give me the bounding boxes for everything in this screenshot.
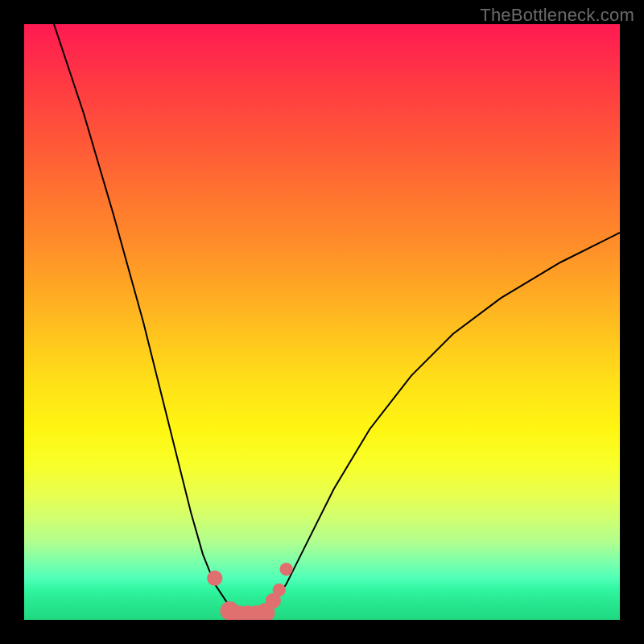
chart-frame: TheBottleneck.com [0,0,644,644]
bottleneck-chart-svg [24,24,620,620]
curve-marker [207,571,222,586]
watermark-text: TheBottleneck.com [480,5,634,26]
curve-marker [273,584,286,597]
curve-group [54,24,620,617]
bottleneck-curve [54,24,620,617]
curve-marker [279,563,292,576]
plot-gradient-bg [24,24,620,620]
